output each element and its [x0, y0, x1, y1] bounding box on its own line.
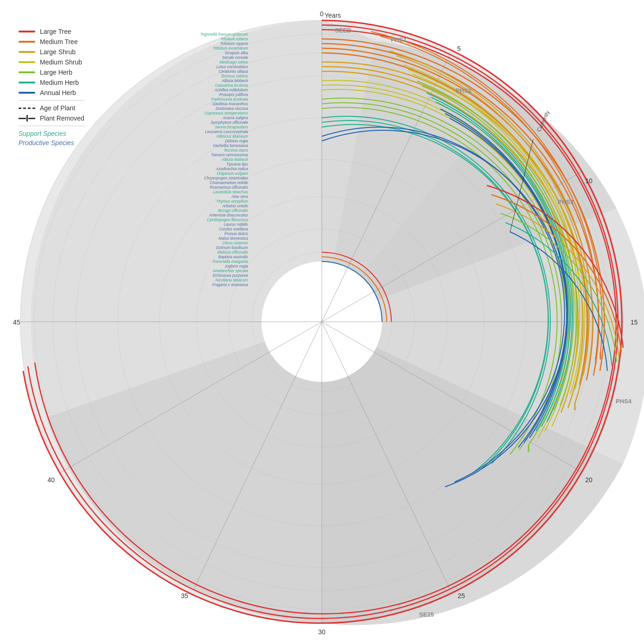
- species-16: Gleditsia triacanthos: [212, 102, 249, 106]
- year-label-25: 25: [458, 592, 465, 599]
- phase-phs1: PHS1: [391, 36, 407, 43]
- species-7: Medicago sativa: [220, 60, 249, 64]
- species-46: Citrus sinensis: [223, 241, 249, 245]
- species-9: Ceratonia siliqua: [219, 69, 249, 74]
- species-54: Nicotiana tabacum: [216, 278, 248, 282]
- species-10: Bromus rubens: [221, 74, 248, 78]
- species-32: Chrysopogon zizanioides: [204, 176, 249, 180]
- species-39: Borago officinalis: [218, 208, 248, 213]
- year-label-20: 20: [585, 476, 593, 484]
- species-15: Parkinsonia aculeata: [211, 97, 248, 102]
- species-6: Secale cereale: [222, 55, 249, 60]
- species-30: Azadirachta indica: [216, 166, 249, 171]
- species-52: Amelanchier spicata: [212, 268, 248, 273]
- species-50: Fortunella margarita: [213, 259, 248, 264]
- species-34: Rosmarinus officinalis: [210, 185, 248, 190]
- year-label-15: 15: [631, 319, 638, 326]
- species-20: Symphytum officinale: [210, 120, 248, 125]
- species-8: Lotus corniculatus: [216, 64, 248, 69]
- species-53: Echinacea purpurea: [213, 273, 248, 278]
- chart-svg: 0 Years 5 10 15 20 25 30 35 40 45 SEED P…: [0, 0, 644, 644]
- year-label-0: 0: [320, 10, 324, 18]
- species-1: Trigonella foenum-graecum: [200, 32, 248, 37]
- phase-phs3: PHS3: [558, 198, 574, 205]
- phase-seed: SEED: [335, 27, 351, 34]
- species-44: Prunus dulcis: [224, 231, 249, 236]
- species-23: Hibiscus tiliaceum: [217, 134, 248, 139]
- species-27: Tamarix ramosissima: [211, 153, 248, 157]
- species-37: Thymus serpyllum: [216, 199, 248, 204]
- species-55: Fragaria x ananassa: [212, 282, 249, 287]
- species-36: Aloe vera: [231, 194, 248, 199]
- species-33: Chamaemelum nobile: [210, 180, 248, 185]
- year-label-5: 5: [457, 45, 461, 52]
- main-container: Large Tree Medium Tree Large Shrub Mediu…: [0, 0, 644, 644]
- species-2: Trifolium rubens: [220, 37, 249, 41]
- species-22: Leucaena Leucocephala: [205, 129, 248, 134]
- species-29: Tipuana tipu: [226, 162, 248, 166]
- year-label-40: 40: [47, 476, 55, 484]
- species-24: Delonix regia: [225, 139, 248, 143]
- year-label-35: 35: [181, 592, 188, 599]
- species-25: Vachellia farnesiana: [213, 143, 249, 148]
- phase-phs4: PHS4: [616, 398, 632, 405]
- species-3: Trifolium repens: [220, 41, 249, 46]
- species-13: Achillea millefolium: [214, 88, 248, 92]
- species-11: Albizia lebbeck: [221, 78, 248, 83]
- species-45: Malus domestica: [218, 236, 248, 241]
- species-21: Senna bicapsularis: [215, 125, 249, 129]
- species-42: Laurus nobilis: [224, 222, 249, 227]
- species-26: Tecoma stans: [223, 148, 248, 153]
- species-19: Acacia saligna: [222, 115, 248, 120]
- species-31: Origanum vulgare: [217, 171, 248, 176]
- species-17: Dodonaea viscosa: [216, 106, 248, 111]
- species-5: Sinapsis alba: [224, 51, 248, 55]
- year-label-45: 45: [13, 319, 20, 326]
- year-label-30: 30: [318, 628, 325, 636]
- years-title: Years: [325, 12, 341, 19]
- species-4: Trifolium incarnatum: [213, 46, 248, 51]
- phase-se25: SE25: [419, 611, 434, 618]
- species-41: Cymbopogon flexuosus: [207, 217, 249, 222]
- species-48: Melissa officinalis: [217, 250, 249, 255]
- species-14: Prosopis juliflora: [219, 92, 249, 97]
- species-47: Ocimum basilicum: [216, 245, 248, 250]
- species-40: Artemisia dracunculus: [209, 213, 248, 217]
- species-18: Cupressus sempervirens: [204, 111, 249, 115]
- species-35: Lavandula stoechas: [213, 190, 248, 194]
- species-28: Albizia lebbeck: [221, 157, 248, 162]
- phase-phs2: PHS2: [456, 87, 472, 94]
- species-51: Juglans regia: [224, 264, 248, 268]
- year-label-10: 10: [585, 177, 593, 185]
- species-12: Casuarina torulosa: [215, 83, 249, 88]
- species-49: Baptisia australis: [218, 255, 249, 259]
- species-43: Corylus avellana: [219, 227, 248, 231]
- species-38: Arbutus unedo: [222, 204, 249, 208]
